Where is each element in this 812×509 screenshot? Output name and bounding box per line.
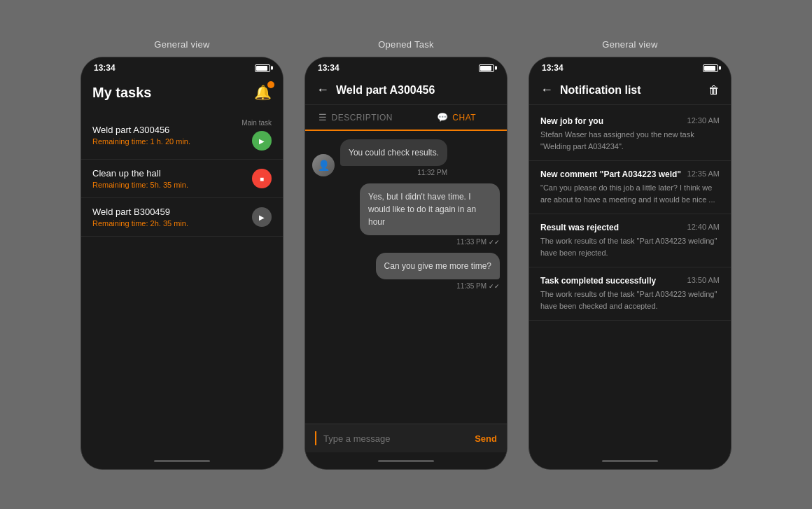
double-check-3: ✓✓	[489, 283, 500, 290]
task-name-2: Clean up the hall	[92, 168, 188, 179]
task-item-3[interactable]: Weld part B300459 Remaining time: 2h. 35…	[81, 198, 283, 237]
task-right-1: Main task ▶	[241, 119, 272, 151]
screen2-nav-title: Weld part A300456	[336, 84, 435, 97]
notif-time-2: 12:35 AM	[687, 169, 720, 178]
screen1-wrapper: General view 13:34 My tasks 🔔 Weld part …	[80, 39, 284, 470]
screen1-battery-icon	[255, 64, 270, 72]
avatar-1: 👤	[312, 154, 335, 176]
home-bar-3	[602, 460, 658, 462]
screen1-time: 13:34	[94, 63, 115, 73]
tab-description[interactable]: ☰ DESCRIPTION	[305, 105, 406, 130]
tab-chat[interactable]: 💬 CHAT	[406, 105, 507, 131]
chat-input-bar: Send	[305, 424, 507, 452]
bubble-text-3: Can you give me more time?	[376, 253, 500, 279]
screen3-home-indicator	[529, 452, 731, 469]
notif-item-3[interactable]: Result was rejected 12:40 AM The work re…	[529, 214, 731, 267]
chat-icon: 💬	[437, 112, 449, 123]
screen3-battery-icon	[703, 64, 718, 72]
bubble-1: You could check results. 11:32 PM	[340, 139, 447, 176]
task-info-3: Weld part B300459 Remaining time: 2h. 35…	[92, 207, 188, 228]
notif-body-1: Stefan Waser has assigned you the new ta…	[540, 129, 720, 152]
screen2-nav-header: ← Weld part A300456	[305, 76, 507, 105]
screen3-phone: 13:34 ← Notification list 🗑 New job for …	[528, 57, 732, 470]
screen3-time: 13:34	[542, 63, 564, 73]
play-btn-3[interactable]: ▶	[252, 207, 272, 227]
task-time-3: Remaining time: 2h. 35 min.	[92, 219, 188, 228]
notif-header-4: Task completed successfully 13:50 AM	[540, 276, 720, 286]
notif-item-1[interactable]: New job for you 12:30 AM Stefan Waser ha…	[529, 108, 731, 161]
task-list: Weld part A300456 Remaining time: 1 h. 2…	[81, 108, 283, 452]
task-time-2: Remaining time: 5h. 35 min.	[92, 181, 188, 189]
bubble-time-3: 11:35 PM ✓✓	[376, 282, 500, 290]
screen3-nav-title: Notification list	[560, 84, 641, 97]
bell-icon[interactable]: 🔔	[254, 84, 272, 101]
notif-title-2: New comment "Part A034223 weld"	[540, 169, 682, 179]
chat-input[interactable]	[323, 433, 468, 444]
stop-btn-2[interactable]: ■	[252, 169, 272, 188]
bubble-3: Can you give me more time? 11:35 PM ✓✓	[376, 253, 500, 290]
notif-time-3: 12:40 AM	[687, 223, 720, 231]
bubble-time-1: 11:32 PM	[340, 169, 447, 176]
tab-chat-label: CHAT	[452, 113, 476, 123]
bell-badge	[267, 81, 274, 88]
screen3-wrapper: General view 13:34 ← Notification list 🗑…	[528, 39, 732, 470]
screen2-status-bar: 13:34	[305, 57, 507, 76]
chat-input-line	[315, 431, 316, 445]
notif-title-4: Task completed successfully	[540, 276, 682, 286]
tab-description-label: DESCRIPTION	[331, 113, 393, 123]
message-row-3: Can you give me more time? 11:35 PM ✓✓	[312, 253, 500, 290]
task-name-3: Weld part B300459	[92, 207, 188, 217]
screen3-label: General view	[602, 39, 657, 50]
screen2-home-indicator	[305, 452, 507, 469]
back-arrow[interactable]: ←	[316, 83, 329, 97]
notif-body-2: "Can you please do this job a little lat…	[540, 182, 720, 205]
message-row-2: Yes, but I didn't have time. I would lik…	[312, 183, 500, 246]
send-button[interactable]: Send	[475, 433, 497, 444]
notif-time-1: 12:30 AM	[687, 116, 720, 125]
chat-area: 👤 You could check results. 11:32 PM Yes,…	[305, 131, 507, 424]
notif-header-1: New job for you 12:30 AM	[540, 116, 720, 126]
screen1-label: General view	[154, 39, 209, 50]
screen2-time: 13:34	[318, 63, 340, 73]
description-icon: ☰	[318, 112, 328, 123]
bubble-2: Yes, but I didn't have time. I would lik…	[360, 183, 500, 246]
task-time-1: Remaining time: 1 h. 20 min.	[92, 137, 190, 146]
screen1-status-bar: 13:34	[81, 57, 283, 76]
bubble-text-2: Yes, but I didn't have time. I would lik…	[360, 183, 500, 235]
screen3-status-bar: 13:34	[529, 57, 731, 76]
task-label-1: Main task	[241, 119, 272, 127]
notif-time-4: 13:50 AM	[687, 276, 720, 284]
task-item[interactable]: Weld part A300456 Remaining time: 1 h. 2…	[81, 111, 283, 160]
screen3-nav-header: ← Notification list 🗑	[529, 76, 731, 105]
double-check-2: ✓✓	[489, 239, 500, 246]
notif-title-3: Result was rejected	[540, 223, 682, 232]
notif-item-4[interactable]: Task completed successfully 13:50 AM The…	[529, 267, 731, 321]
screen2-wrapper: Opened Task 13:34 ← Weld part A300456 ☰ …	[304, 39, 507, 470]
task-name-1: Weld part A300456	[92, 125, 190, 135]
task-info-2: Clean up the hall Remaining time: 5h. 35…	[92, 168, 188, 189]
screen1-title: My tasks	[92, 85, 152, 101]
notif-item-2[interactable]: New comment "Part A034223 weld" 12:35 AM…	[529, 161, 731, 214]
home-bar-2	[378, 460, 434, 462]
notif-body-3: The work results of the task "Part A0342…	[540, 235, 720, 258]
screen1-content: Weld part A300456 Remaining time: 1 h. 2…	[81, 108, 283, 452]
notif-header-2: New comment "Part A034223 weld" 12:35 AM	[540, 169, 720, 179]
notif-header-3: Result was rejected 12:40 AM	[540, 223, 720, 232]
task-info-1: Weld part A300456 Remaining time: 1 h. 2…	[92, 125, 190, 146]
task-right-2: ■	[252, 169, 272, 188]
message-row-1: 👤 You could check results. 11:32 PM	[312, 139, 500, 176]
screen3-back-arrow[interactable]: ←	[540, 83, 553, 97]
home-bar	[154, 460, 210, 462]
notification-list: New job for you 12:30 AM Stefan Waser ha…	[529, 105, 731, 452]
screen1-phone: 13:34 My tasks 🔔 Weld part A300456 Remai…	[80, 57, 284, 470]
notif-body-4: The work results of the task "Part A0342…	[540, 288, 720, 312]
task-item-2[interactable]: Clean up the hall Remaining time: 5h. 35…	[81, 160, 283, 198]
tab-bar: ☰ DESCRIPTION 💬 CHAT	[305, 105, 507, 131]
trash-icon[interactable]: 🗑	[708, 84, 720, 97]
avatar-placeholder: 👤	[312, 154, 335, 176]
play-btn-1[interactable]: ▶	[252, 131, 272, 151]
screen1-home-indicator	[81, 452, 283, 469]
notif-title-1: New job for you	[540, 116, 682, 126]
bubble-text-1: You could check results.	[340, 139, 447, 166]
screen3-content: New job for you 12:30 AM Stefan Waser ha…	[529, 105, 731, 452]
